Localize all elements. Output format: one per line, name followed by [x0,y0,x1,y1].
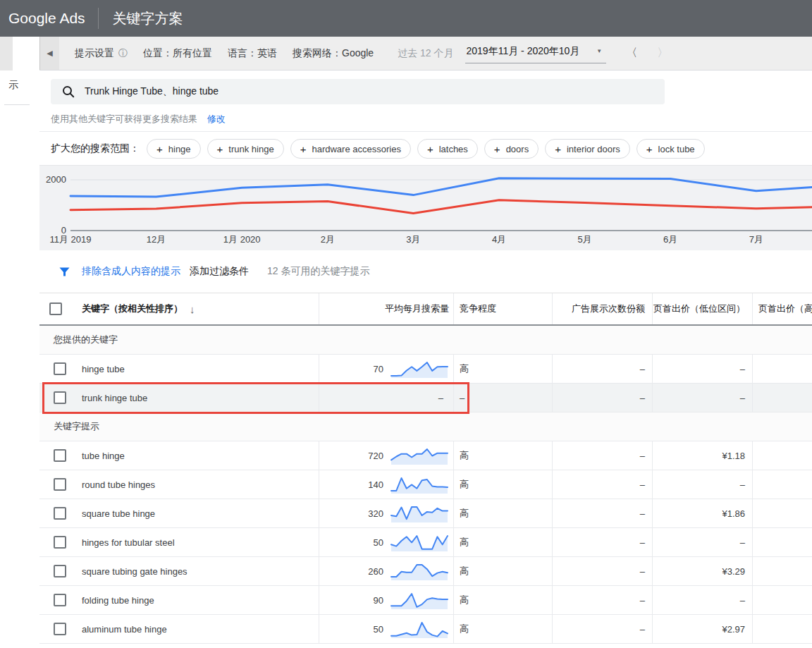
volume-value: 260 [368,566,383,577]
keyword-label: tube hinge [82,451,125,461]
volume-cell: 260 [319,557,453,585]
row-checkbox[interactable] [54,594,66,606]
trend-sparkline [390,503,449,524]
keyword-cell: aluminum tube hinge [39,615,319,643]
volume-value: 90 [374,595,383,606]
row-checkbox[interactable] [54,565,66,577]
row-checkbox[interactable] [54,391,66,404]
plus-icon: + [217,143,223,155]
table-row[interactable]: round tube hinges140高–– [39,470,812,499]
search-hint: 使用其他关键字可获得更多搜索结果 修改 [51,113,226,126]
keyword-label: folding tube hinge [82,595,154,606]
info-icon[interactable]: ⓘ [118,47,128,60]
expand-chip[interactable]: +latches [417,139,478,159]
keyword-cell: hinges for tubular steel [39,528,319,556]
keyword-label: aluminum tube hinge [82,624,167,635]
trend-sparkline [390,532,449,553]
impression-share-cell: – [552,615,652,643]
table-row[interactable]: tube hinge720高–¥1.18 [39,441,812,470]
top-bid-low-cell: – [652,384,752,412]
competition-cell: 高 [453,499,552,527]
next-period-button[interactable]: 〉 [657,46,668,61]
expand-search-label: 扩大您的搜索范围： [51,142,140,155]
prev-period-button[interactable]: 〈 [626,46,637,61]
filter-bar: 排除含成人内容的提示 添加过滤条件 12 条可用的关键字提示 [39,250,812,293]
date-range-selector[interactable]: 2019年11月 - 2020年10月 ▼ [465,44,607,63]
keyword-label: hinge tube [82,364,125,374]
expand-chip[interactable]: +lock tube [636,139,705,159]
expand-chip[interactable]: +interior doors [545,139,630,159]
header-competition-cell[interactable]: 竞争程度 [453,293,552,324]
expand-chips: +hinge+trunk hinge+hardware accessories+… [147,139,711,159]
settings-toolbar: ◀ 提示设置 ⓘ 位置：所有位置 语言：英语 搜索网络：Google 过去 12… [39,37,812,71]
x-axis-label: 6月 [663,233,677,246]
filter-funnel-icon [59,267,70,276]
header-volume-cell[interactable]: 平均每月搜索量 [319,293,453,324]
competition-cell: 高 [453,586,552,614]
volume-cell: 140 [319,470,453,499]
date-range-value: 2019年11月 - 2020年10月 [467,45,580,58]
keyword-search-input[interactable]: Trunk Hinge Tube、hinge tube [51,79,665,104]
table-row[interactable]: aluminum tube hinge50高–¥2.97 [39,615,812,644]
toolbar-item-settings[interactable]: 提示设置 ⓘ [75,47,128,60]
top-bid-high-cell [752,586,812,614]
table-header-row: 关键字（按相关性排序） ↓ 平均每月搜索量 竞争程度 广告展示次数份额 页首出价… [39,293,812,326]
hint-text: 使用其他关键字可获得更多搜索结果 [51,114,197,124]
sidebar: 示 [0,37,39,648]
search-query-value: Trunk Hinge Tube、hinge tube [85,85,219,98]
keyword-cell: square tubing gate hinges [39,557,319,585]
sidebar-clipped-nav-label[interactable]: 示 [8,79,18,92]
expand-chip[interactable]: +trunk hinge [207,139,284,159]
x-axis-label: 7月 [749,233,763,246]
row-checkbox[interactable] [54,449,66,462]
table-row[interactable]: hinges for tubular steel50高–– [39,528,812,557]
header-impression-share-cell[interactable]: 广告展示次数份额 [552,293,652,324]
competition-cell: 高 [453,528,552,556]
collapse-panel-button[interactable]: ◀ [39,37,59,70]
header-top-bid-high-cell[interactable]: 页首出价（高位区间） [752,293,812,324]
row-checkbox[interactable] [54,507,66,520]
appbar-divider [98,8,99,29]
edit-keywords-link[interactable]: 修改 [207,114,226,124]
impression-share-cell: – [552,470,652,499]
sidebar-gray-block [0,37,13,71]
volume-cell: 70 [319,355,453,383]
toolbar-item-network[interactable]: 搜索网络：Google [293,47,374,60]
exclude-adult-filter-link[interactable]: 排除含成人内容的提示 [82,265,180,278]
toolbar-item-language[interactable]: 语言：英语 [228,47,277,60]
top-bid-high-cell [752,355,812,383]
x-axis-label: 3月 [406,233,420,246]
sort-descending-icon[interactable]: ↓ [190,303,195,315]
expand-chip[interactable]: +doors [484,139,539,159]
row-checkbox[interactable] [54,362,66,375]
impression-share-cell: – [552,528,652,556]
table-row[interactable]: trunk hinge tube–––– [39,384,812,412]
volume-cell: 50 [319,615,453,643]
trend-sparkline [390,618,449,640]
select-all-checkbox[interactable] [49,302,62,315]
table-row[interactable]: hinge tube70高–– [39,355,812,384]
toolbar-item-location[interactable]: 位置：所有位置 [143,47,212,60]
header-top-bid-low-cell[interactable]: 页首出价（低位区间） [652,293,752,324]
competition-cell: 高 [453,470,552,499]
row-checkbox[interactable] [54,478,66,491]
plus-icon: + [494,143,500,155]
settings-label: 提示设置 [75,47,114,60]
expand-chip[interactable]: +hardware accessories [290,139,411,159]
row-checkbox[interactable] [54,623,66,635]
header-keyword-cell: 关键字（按相关性排序） ↓ [39,293,319,324]
keyword-label: hinges for tubular steel [82,537,175,548]
top-bid-low-cell: ¥2.97 [652,615,752,643]
volume-cell: 320 [319,499,453,527]
section-row: 您提供的关键字 [39,326,812,355]
row-checkbox[interactable] [54,536,66,549]
section-row: 关键字提示 [39,412,812,441]
keyword-cell: folding tube hinge [39,586,319,614]
table-row[interactable]: folding tube hinge90高–– [39,586,812,615]
impression-share-cell: – [552,586,652,614]
add-filter-button[interactable]: 添加过滤条件 [190,265,249,278]
table-row[interactable]: square tube hinge320高–¥1.86 [39,499,812,528]
chevron-down-icon: ▼ [596,48,602,54]
expand-chip[interactable]: +hinge [147,139,201,159]
table-row[interactable]: square tubing gate hinges260高–¥3.29 [39,557,812,586]
